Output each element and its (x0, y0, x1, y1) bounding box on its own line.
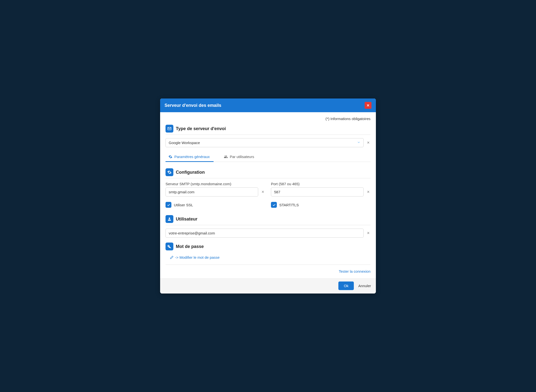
server-type-row: Google Workspace × (166, 138, 370, 147)
dialog-title: Serveur d'envoi des emails (165, 103, 221, 108)
clear-smtp-button[interactable]: × (261, 189, 265, 195)
clear-server-type-button[interactable]: × (366, 140, 370, 145)
gears-icon (168, 155, 172, 159)
ok-button[interactable]: Ok (338, 282, 354, 290)
user-icon (166, 215, 173, 223)
tab-per-user-label: Par utilisateurs (230, 155, 254, 159)
chevron-down-icon (357, 141, 360, 145)
clear-user-button[interactable]: × (366, 231, 370, 236)
modify-password-label: -> Modifier le mot de passe (175, 255, 219, 259)
cancel-button[interactable]: Annuler (358, 284, 371, 288)
user-heading: Utilisateur (176, 217, 197, 222)
tls-option: START/TLS (271, 202, 370, 208)
section-password: Mot de passe (166, 243, 370, 251)
required-fields-note: (*) Informations obligatoires (166, 117, 370, 121)
user-input[interactable] (166, 229, 364, 238)
server-type-value: Google Workspace (169, 141, 200, 145)
dialog-body: (*) Informations obligatoires Type de se… (160, 112, 376, 278)
envelope-icon (166, 125, 173, 133)
close-button[interactable] (365, 102, 371, 109)
gear-icon (166, 168, 173, 176)
close-icon (366, 103, 370, 107)
smtp-label: Serveur SMTP (smtp.mondomaine.com) (166, 182, 265, 186)
modify-password-link[interactable]: -> Modifier le mot de passe (170, 255, 219, 259)
tab-per-user[interactable]: Par utilisateurs (221, 152, 258, 162)
tab-general-label: Paramètres généraux (174, 155, 210, 159)
key-icon (166, 243, 173, 250)
tabs: Paramètres généraux Par utilisateurs (166, 152, 370, 162)
dialog-footer: Ok Annuler (160, 278, 376, 294)
test-connection-row: Tester la connexion (166, 269, 370, 274)
password-link-row: -> Modifier le mot de passe (166, 252, 370, 265)
ssl-tls-row: Utiliser SSL START/TLS (166, 202, 370, 208)
smtp-input[interactable] (166, 187, 258, 196)
password-heading: Mot de passe (176, 244, 204, 249)
ssl-checkbox[interactable] (166, 202, 171, 208)
email-server-dialog: Serveur d'envoi des emails (*) Informati… (160, 98, 376, 294)
users-icon (224, 155, 228, 159)
clear-port-button[interactable]: × (366, 189, 370, 195)
port-field: Port (587 ou 465) × (271, 182, 370, 196)
user-row: × (166, 229, 370, 238)
section-user: Utilisateur (166, 215, 370, 225)
configuration-heading: Configuration (176, 170, 205, 175)
check-icon (272, 203, 276, 207)
port-label: Port (587 ou 465) (271, 182, 370, 186)
server-type-select[interactable]: Google Workspace (166, 138, 364, 147)
tab-general-settings[interactable]: Paramètres généraux (166, 152, 214, 162)
section-configuration: Configuration (166, 168, 370, 178)
tls-checkbox[interactable] (271, 202, 277, 208)
ssl-label: Utiliser SSL (174, 203, 193, 207)
smtp-field: Serveur SMTP (smtp.mondomaine.com) × (166, 182, 265, 196)
port-input[interactable] (271, 187, 364, 196)
check-icon (167, 203, 170, 207)
server-type-heading: Type de serveur d'envoi (176, 126, 226, 131)
section-server-type: Type de serveur d'envoi (166, 125, 370, 135)
ssl-option: Utiliser SSL (166, 202, 265, 208)
dialog-header: Serveur d'envoi des emails (160, 98, 376, 112)
edit-icon (170, 256, 174, 259)
smtp-port-row: Serveur SMTP (smtp.mondomaine.com) × Por… (166, 182, 370, 196)
tls-label: START/TLS (279, 203, 299, 207)
test-connection-link[interactable]: Tester la connexion (339, 269, 370, 273)
